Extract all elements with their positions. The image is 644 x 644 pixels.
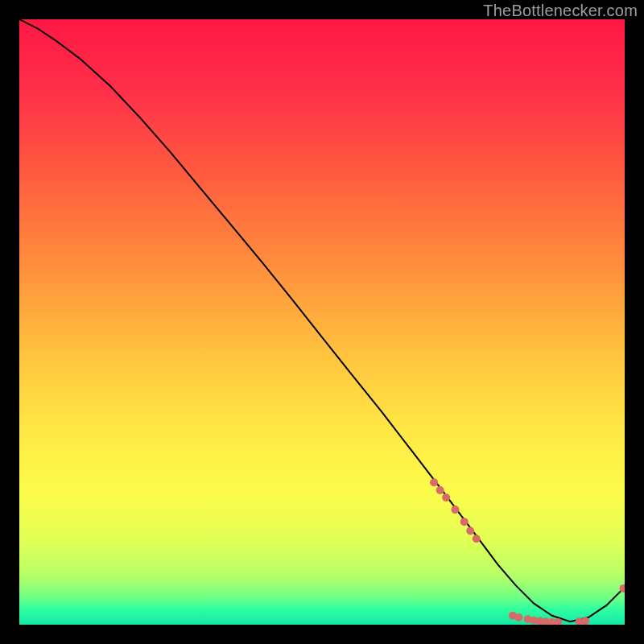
highlight-marker — [442, 493, 450, 502]
chart-background — [19, 19, 625, 625]
watermark-text: TheBottlenecker.com — [483, 2, 638, 20]
highlight-marker — [466, 526, 474, 535]
chart-plot-area — [19, 19, 625, 625]
highlight-marker — [514, 613, 522, 621]
highlight-marker — [460, 518, 469, 526]
highlight-marker — [436, 486, 444, 494]
highlight-marker — [451, 506, 459, 514]
chart-svg — [19, 19, 625, 625]
highlight-marker — [430, 478, 438, 486]
highlight-marker — [473, 535, 481, 543]
